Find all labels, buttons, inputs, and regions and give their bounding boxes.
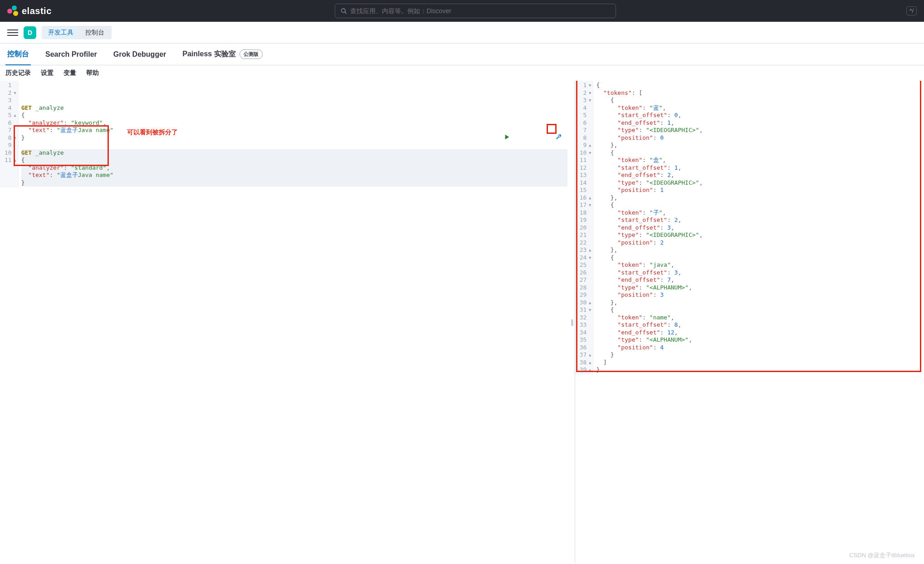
elastic-logo[interactable]: elastic — [7, 5, 52, 16]
space-selector[interactable]: D — [24, 26, 36, 39]
code-line[interactable]: }, — [596, 194, 921, 202]
toolbar-history[interactable]: 历史记录 — [5, 69, 31, 77]
code-line[interactable]: { — [596, 82, 921, 89]
tab-painless-lab[interactable]: Painless 实验室 公测版 — [181, 44, 264, 64]
tab-search-profiler[interactable]: Search Profiler — [44, 45, 99, 64]
code-line[interactable]: { — [596, 97, 921, 104]
code-line[interactable]: { — [21, 157, 567, 164]
fold-toggle-icon[interactable]: ▲ — [587, 246, 591, 254]
code-line[interactable]: { — [596, 201, 921, 209]
fold-toggle-icon[interactable]: ▼ — [587, 306, 591, 314]
code-line[interactable]: "type": "<IDEOGRAPHIC>", — [596, 127, 921, 134]
code-line[interactable]: "tokens": [ — [596, 89, 921, 97]
code-line[interactable]: "start_offset": 1, — [596, 164, 921, 172]
run-request-button[interactable] — [461, 126, 510, 150]
play-icon — [504, 134, 510, 140]
code-line[interactable]: { — [596, 254, 921, 262]
sub-header: D 开发工具 控制台 — [0, 22, 924, 44]
code-line[interactable]: "text": "蓝盒子Java name" — [21, 172, 567, 179]
code-line[interactable]: "position": 1 — [596, 186, 921, 194]
code-line[interactable]: "end_offset": 12, — [596, 329, 921, 337]
code-line[interactable]: "type": "<ALPHANUM>", — [596, 284, 921, 292]
fold-toggle-icon[interactable]: ▲ — [587, 142, 591, 149]
line-number: 29 — [580, 291, 592, 299]
fold-toggle-icon[interactable]: ▲ — [13, 157, 16, 164]
fold-toggle-icon[interactable]: ▼ — [587, 201, 591, 209]
response-pane[interactable]: 1▼2▼3▼456789▲10▼111213141516▲17▼18192021… — [575, 81, 924, 563]
code-line[interactable]: } — [596, 366, 921, 374]
code-line[interactable]: } — [21, 179, 567, 187]
line-number: 39▲ — [580, 366, 592, 374]
code-line[interactable]: "token": "盒", — [596, 157, 921, 164]
breadcrumb: 开发工具 控制台 — [42, 26, 112, 39]
code-line[interactable]: "position": 3 — [596, 291, 921, 299]
tab-console[interactable]: 控制台 — [5, 44, 31, 65]
code-line[interactable]: "token": "子", — [596, 209, 921, 217]
code-line[interactable]: "token": "java", — [596, 261, 921, 269]
wrench-icon — [556, 134, 562, 140]
code-line[interactable]: "type": "<ALPHANUM>", — [596, 336, 921, 344]
breadcrumb-console[interactable]: 控制台 — [76, 26, 112, 39]
fold-toggle-icon[interactable]: ▼ — [587, 82, 591, 89]
line-number: 10 — [5, 149, 16, 157]
code-line[interactable]: "start_offset": 8, — [596, 321, 921, 329]
fold-toggle-icon[interactable]: ▲ — [13, 112, 16, 119]
code-line[interactable]: "start_offset": 0, — [596, 112, 921, 119]
toolbar-settings[interactable]: 设置 — [41, 69, 54, 77]
request-editor[interactable]: 12▼345▲678▼91011▲ GET _analyze{ "analyze… — [0, 81, 570, 187]
annotation-text: 可以看到被拆分了 — [127, 128, 178, 137]
code-line[interactable]: { — [21, 112, 567, 119]
code-line[interactable]: "start_offset": 3, — [596, 269, 921, 277]
response-editor[interactable]: 1▼2▼3▼456789▲10▼111213141516▲17▼18192021… — [575, 81, 924, 375]
code-line[interactable]: GET _analyze — [21, 104, 567, 112]
global-search[interactable] — [335, 4, 616, 18]
code-line[interactable]: "token": "name", — [596, 314, 921, 322]
line-number: 8▼ — [5, 134, 16, 142]
code-line[interactable]: "analyzer": "keyword", — [21, 119, 567, 127]
code-line[interactable]: { — [596, 306, 921, 314]
pane-splitter[interactable]: ‖ — [570, 81, 575, 563]
fold-toggle-icon[interactable]: ▼ — [13, 89, 16, 97]
code-line[interactable]: "analyzer": "standard", — [21, 164, 567, 172]
code-line[interactable]: "end_offset": 2, — [596, 172, 921, 179]
code-line[interactable]: } — [596, 351, 921, 359]
code-line[interactable]: GET _analyze — [21, 149, 567, 157]
toolbar-variables[interactable]: 变量 — [64, 69, 76, 77]
code-line[interactable]: "end_offset": 3, — [596, 224, 921, 232]
fold-toggle-icon[interactable]: ▲ — [587, 194, 591, 202]
request-pane[interactable]: 12▼345▲678▼91011▲ GET _analyze{ "analyze… — [0, 81, 570, 563]
fold-toggle-icon[interactable]: ▼ — [13, 134, 16, 142]
line-number: 22 — [580, 239, 592, 247]
code-line[interactable]: }, — [596, 142, 921, 149]
nav-toggle-button[interactable] — [7, 27, 18, 38]
fold-toggle-icon[interactable]: ▲ — [587, 366, 591, 374]
code-line[interactable]: "token": "蓝", — [596, 104, 921, 112]
code-line[interactable]: "type": "<IDEOGRAPHIC>", — [596, 231, 921, 239]
line-number: 15 — [580, 186, 592, 194]
code-line[interactable]: }, — [596, 246, 921, 254]
code-line[interactable]: "position": 0 — [596, 134, 921, 142]
fold-toggle-icon[interactable]: ▲ — [587, 299, 591, 307]
code-line[interactable]: "end_offset": 7, — [596, 276, 921, 284]
code-line[interactable]: "start_offset": 2, — [596, 216, 921, 224]
code-line[interactable]: "end_offset": 1, — [596, 119, 921, 127]
code-line[interactable]: }, — [596, 299, 921, 307]
toolbar-help[interactable]: 帮助 — [86, 69, 99, 77]
breadcrumb-devtools[interactable]: 开发工具 — [42, 26, 81, 39]
fold-toggle-icon[interactable]: ▼ — [587, 149, 591, 157]
tab-grok-debugger[interactable]: Grok Debugger — [112, 45, 168, 64]
keyboard-shortcut-hint: ^/ — [906, 6, 917, 15]
fold-toggle-icon[interactable]: ▼ — [587, 89, 591, 97]
fold-toggle-icon[interactable]: ▼ — [587, 97, 591, 104]
fold-toggle-icon[interactable]: ▲ — [587, 359, 591, 367]
code-line[interactable]: "type": "<IDEOGRAPHIC>", — [596, 179, 921, 187]
line-number: 27 — [580, 276, 592, 284]
search-input[interactable] — [350, 7, 610, 15]
code-line[interactable]: "position": 2 — [596, 239, 921, 247]
code-line[interactable]: { — [596, 149, 921, 157]
fold-toggle-icon[interactable]: ▼ — [587, 254, 591, 262]
fold-toggle-icon[interactable]: ▲ — [587, 351, 591, 359]
code-line[interactable]: ] — [596, 359, 921, 367]
code-line[interactable]: "position": 4 — [596, 344, 921, 352]
line-number: 14 — [580, 179, 592, 187]
